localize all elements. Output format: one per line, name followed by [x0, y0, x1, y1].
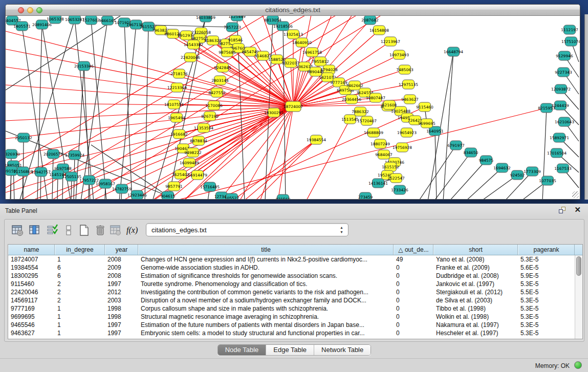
- window-titlebar[interactable]: citations_edges.txt: [6, 5, 580, 16]
- graph-edge[interactable]: [6, 131, 168, 196]
- graph-node[interactable]: 6791977: [447, 141, 465, 150]
- graph-node[interactable]: 918546: [228, 35, 243, 45]
- graph-node[interactable]: 621608: [382, 100, 397, 110]
- graph-node[interactable]: 1733426: [391, 185, 408, 194]
- float-panel-icon[interactable]: [559, 207, 565, 213]
- column-settings-icon[interactable]: [11, 224, 24, 237]
- graph-node[interactable]: 12213967: [381, 37, 400, 46]
- graph-edge[interactable]: [443, 52, 453, 199]
- table-row[interactable]: 911546021997Tourette syndrome. Phenomeno…: [8, 280, 582, 288]
- table-row[interactable]: 1938455462009Genome-wide association stu…: [8, 264, 582, 272]
- graph-node[interactable]: 984575: [479, 156, 494, 165]
- graph-node[interactable]: 9227343: [555, 68, 572, 77]
- graph-node[interactable]: 19756928: [393, 143, 412, 152]
- graph-edge[interactable]: [124, 23, 132, 199]
- graph-node[interactable]: 12093872: [551, 84, 571, 94]
- close-panel-icon[interactable]: ✕: [574, 206, 581, 214]
- select-all-icon[interactable]: [46, 224, 59, 237]
- citation-network-graph[interactable]: 8404557140557120891406106532810653287152…: [6, 16, 580, 199]
- delete-column-icon[interactable]: [109, 224, 122, 237]
- column-header-out_de[interactable]: △ out_de...: [394, 245, 433, 255]
- tab-node-table[interactable]: Node Table: [218, 345, 267, 355]
- table-row[interactable]: 2242004622012Investigating the contribut…: [8, 288, 582, 296]
- table-row[interactable]: 946362711997Embryonic stem cells: a mode…: [8, 329, 582, 337]
- graph-node[interactable]: 9466161: [99, 16, 116, 25]
- graph-edge[interactable]: [6, 67, 293, 106]
- column-header-short[interactable]: short: [433, 245, 518, 255]
- function-builder-icon[interactable]: f(x): [126, 226, 140, 239]
- graph-node[interactable]: 8267190: [201, 112, 219, 121]
- graph-edge[interactable]: [260, 106, 293, 199]
- graph-node[interactable]: 9463627: [401, 95, 419, 104]
- graph-node[interactable]: 834650: [464, 148, 478, 157]
- graph-node[interactable]: 1167533: [554, 164, 572, 173]
- graph-node[interactable]: 105527: [225, 193, 239, 199]
- graph-node[interactable]: 8878834: [190, 136, 207, 145]
- graph-node[interactable]: 20153346: [74, 61, 94, 71]
- graph-node[interactable]: 10653287: [65, 16, 84, 24]
- table-selector-dropdown[interactable]: citations_edges.txt▲▼: [146, 223, 349, 236]
- table-row[interactable]: 946554611997Estimation of the future num…: [8, 321, 582, 329]
- graph-node[interactable]: 16961758: [302, 48, 322, 57]
- table-row[interactable]: 969969511998Structural magnetic resonanc…: [8, 313, 582, 321]
- graph-node[interactable]: 16648794: [444, 47, 463, 56]
- graph-edge[interactable]: [449, 160, 486, 199]
- graph-node[interactable]: 20206576: [43, 149, 63, 159]
- graph-node[interactable]: 1773309: [524, 167, 541, 176]
- graph-node[interactable]: 16914479: [188, 170, 207, 180]
- table-row[interactable]: 977716911998Corpus callosum shape and si…: [8, 304, 582, 313]
- graph-node[interactable]: 1170086: [205, 101, 223, 110]
- graph-node[interactable]: 821560: [276, 194, 291, 199]
- unselect-all-icon[interactable]: [62, 224, 75, 237]
- graph-node[interactable]: 19654923: [397, 128, 417, 137]
- graph-node[interactable]: 2087682: [361, 16, 379, 25]
- graph-edge[interactable]: [419, 145, 456, 199]
- graph-node[interactable]: 15892971: [550, 133, 569, 142]
- graph-node[interactable]: 1694632: [493, 163, 511, 172]
- tab-edge-table[interactable]: Edge Table: [266, 345, 314, 355]
- graph-edge[interactable]: [6, 31, 293, 106]
- table-scrollbar[interactable]: [575, 255, 582, 339]
- memory-status-indicator[interactable]: [574, 361, 582, 369]
- graph-edge[interactable]: [293, 42, 302, 106]
- column-header-in_degree[interactable]: in_degree: [55, 245, 105, 255]
- column-header-name[interactable]: name: [8, 245, 55, 255]
- graph-edge[interactable]: [435, 131, 437, 199]
- resize-grip[interactable]: [572, 191, 579, 198]
- tab-network-table[interactable]: Network Table: [314, 345, 371, 355]
- graph-edge[interactable]: [466, 168, 502, 199]
- column-header-title[interactable]: title: [138, 245, 394, 255]
- graph-node[interactable]: 1527602: [82, 16, 100, 25]
- graph-node[interactable]: 273459: [358, 192, 373, 199]
- graph-node[interactable]: 16154808: [369, 26, 389, 35]
- graph-node[interactable]: 904615: [161, 191, 176, 199]
- graph-edge[interactable]: [91, 20, 106, 199]
- graph-edge[interactable]: [81, 20, 107, 199]
- graph-node[interactable]: 13325413: [284, 30, 303, 39]
- graph-node[interactable]: 7955812: [312, 57, 329, 66]
- graph-node[interactable]: 16210643: [555, 117, 574, 126]
- graph-node[interactable]: 9115460: [416, 102, 433, 112]
- table-row[interactable]: 1456911722003Disruption of a novel membe…: [8, 296, 582, 304]
- select-columns-icon[interactable]: [28, 224, 41, 237]
- graph-node[interactable]: 12213369: [167, 83, 187, 92]
- graph-node[interactable]: 924502: [510, 170, 525, 180]
- graph-node[interactable]: 7857223: [224, 23, 241, 32]
- graph-node[interactable]: 1125449: [228, 16, 246, 21]
- graph-edge[interactable]: [6, 106, 293, 157]
- graph-edge[interactable]: [306, 119, 350, 199]
- graph-node[interactable]: 16033809: [196, 16, 215, 22]
- graph-node[interactable]: 15720407: [357, 116, 377, 125]
- graph-node[interactable]: 2718176: [170, 69, 188, 78]
- graph-node[interactable]: 16099489: [180, 158, 199, 167]
- delete-table-icon[interactable]: [94, 224, 107, 237]
- graph-node[interactable]: 17016504: [547, 148, 567, 158]
- graph-node[interactable]: 9857791: [165, 182, 183, 191]
- graph-node[interactable]: 20891406: [32, 20, 52, 29]
- graph-node[interactable]: 8427552: [208, 88, 226, 97]
- graph-node[interactable]: 15751074: [561, 37, 580, 46]
- graph-node[interactable]: 1077035: [539, 176, 556, 185]
- graph-node[interactable]: 18724007: [284, 101, 303, 112]
- table-row[interactable]: 1830029562008Estimation of significance …: [8, 272, 582, 280]
- new-table-icon[interactable]: [77, 224, 91, 237]
